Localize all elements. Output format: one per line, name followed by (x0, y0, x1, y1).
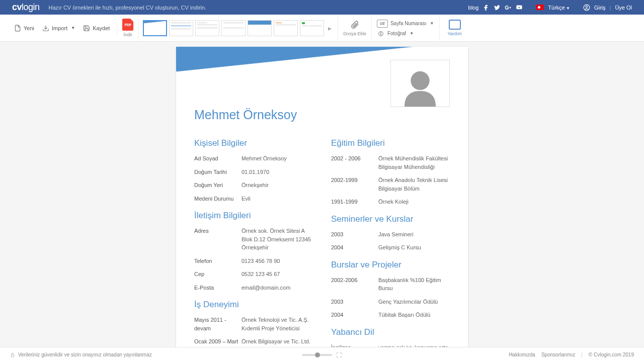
signup-link[interactable]: Üye Ol (615, 5, 632, 11)
template-thumbs: ▸ (139, 20, 338, 36)
svg-point-4 (411, 71, 429, 90)
svg-rect-5 (11, 354, 14, 356)
row-adres: AdresÖrnek sok. Örnek Sitesi A Blok D.12… (194, 227, 313, 252)
cv-page[interactable]: Mehmet Örneksoy Kişisel Bilgiler Ad Soya… (176, 47, 468, 362)
facebook-icon[interactable] (482, 4, 490, 11)
row-edu-3: 1991-1999Örnek Koleji (331, 198, 450, 206)
twitter-icon[interactable] (494, 4, 501, 11)
row-burs-3: 2004Tübitak Başarı Ödülü (331, 311, 450, 319)
save-button[interactable]: Kaydet (79, 22, 117, 35)
row-dogum-tarihi: Doğum Tarihi01.01.1970 (194, 168, 313, 176)
row-sem-1: 2003Java Semineri (331, 230, 450, 239)
template-1[interactable] (143, 20, 167, 36)
about-link[interactable]: Hakkımızda (509, 352, 535, 357)
row-edu-1: 2002 - 2006Örnek Mühendislik Fakültesi B… (331, 154, 450, 171)
template-7[interactable] (300, 20, 324, 36)
svg-point-3 (380, 32, 381, 34)
tagline: Hazır CV örnekleri ile hızlı, profesyone… (49, 5, 207, 11)
help-button[interactable]: Yardım (443, 15, 467, 42)
zoom-slider[interactable] (302, 354, 332, 356)
cv-name[interactable]: Mehmet Örneksoy (194, 108, 450, 122)
photo-option[interactable]: Fotoğraf▼ (377, 31, 434, 37)
row-burs-1: 2002-2006Başbakanlık %100 Eğitim Bursu (331, 276, 450, 293)
template-2[interactable] (169, 20, 193, 36)
section-contact[interactable]: İletişim Bilgileri (194, 211, 313, 221)
footer: Verileriniz güvenlidir ve sizin onayınız… (0, 347, 644, 362)
top-right: blog Türkçe▼ Giriş | Üye Ol (468, 4, 632, 11)
row-eposta: E-Postaemail@domain.com (194, 284, 313, 292)
privacy-text: Verileriniz güvenlidir ve sizin onayınız… (18, 352, 152, 357)
template-6[interactable] (274, 20, 298, 36)
row-sem-2: 2004Gelişmiş C Kursu (331, 243, 450, 252)
section-work[interactable]: İş Deneyimi (194, 300, 313, 310)
right-column: Eğitim Bilgileri 2002 - 2006Örnek Mühend… (331, 138, 450, 362)
section-personal[interactable]: Kişisel Bilgiler (194, 138, 313, 148)
blog-link[interactable]: blog (468, 5, 479, 11)
row-dogum-yeri: Doğum YeriÖrnekşehir (194, 181, 313, 190)
page-number-option[interactable]: 1/2Sayfa Numarası▼ (377, 20, 434, 28)
template-5[interactable] (248, 20, 272, 36)
row-edu-2: 2002-1999Örnek Anadolu Teknik Lisesi Bil… (331, 176, 450, 193)
section-awards[interactable]: Burslar ve Projeler (331, 260, 450, 270)
sponsors-link[interactable]: Sponsorlarımız (541, 352, 575, 357)
import-button[interactable]: Import▼ (38, 22, 79, 35)
row-cep: Cep0532 123 45 67 (194, 270, 313, 279)
row-work-1: Mayıs 2011 - devamÖrnek Teknoloji ve Tic… (194, 316, 313, 332)
toolbar: Yeni Import▼ Kaydet PDFİndir ▸ Dosya Ekl… (0, 15, 644, 42)
row-medeni: Medeni DurumuEvli (194, 195, 313, 203)
svg-point-1 (586, 6, 588, 8)
copyright: © Cvlogin.com 2019 (589, 352, 634, 357)
logo[interactable]: cvlogin (12, 2, 40, 13)
language-select[interactable]: Türkçe▼ (548, 5, 570, 11)
row-adsoyad: Ad SoyadMehmet Örneksoy (194, 154, 313, 163)
google-plus-icon[interactable] (505, 4, 512, 11)
profile-photo[interactable] (390, 60, 450, 107)
flag-icon (536, 5, 544, 10)
top-bar: cvlogin Hazır CV örnekleri ile hızlı, pr… (0, 0, 644, 15)
template-4[interactable] (221, 20, 246, 36)
avatar-placeholder-icon (397, 66, 443, 107)
download-button[interactable]: PDFİndir (117, 15, 139, 42)
template-3[interactable] (195, 20, 219, 36)
new-button[interactable]: Yeni (10, 22, 38, 35)
attach-button[interactable]: Dosya Ekle (338, 15, 372, 42)
section-seminars[interactable]: Seminerler ve Kurslar (331, 214, 450, 224)
section-edu[interactable]: Eğitim Bilgileri (331, 138, 450, 148)
login-link[interactable]: Giriş (594, 5, 606, 11)
thumbs-next[interactable]: ▸ (326, 24, 334, 32)
lock-icon (10, 352, 15, 358)
user-icon (583, 4, 590, 11)
left-column: Kişisel Bilgiler Ad SoyadMehmet Örneksoy… (194, 138, 313, 362)
row-burs-2: 2003Genç Yazılımcılar Ödülü (331, 298, 450, 306)
page-options: 1/2Sayfa Numarası▼ Fotoğraf▼ (372, 15, 440, 42)
section-lang[interactable]: Yabancı Dil (331, 327, 450, 337)
youtube-icon[interactable] (516, 4, 523, 11)
fullscreen-icon[interactable] (336, 352, 342, 358)
canvas: Mehmet Örneksoy Kişisel Bilgiler Ad Soya… (0, 42, 644, 362)
row-telefon: Telefon0123 456 78 90 (194, 257, 313, 265)
